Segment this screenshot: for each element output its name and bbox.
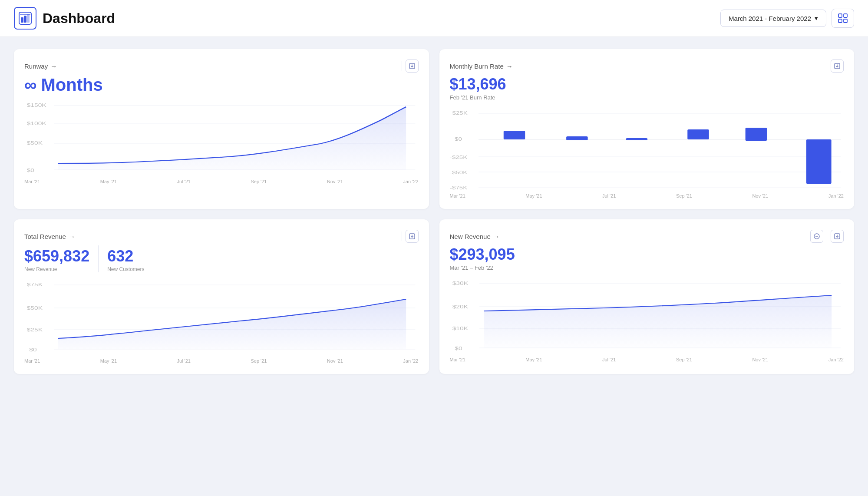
burn-rate-title-text: Monthly Burn Rate xyxy=(450,63,504,70)
svg-rect-35 xyxy=(745,128,767,141)
svg-text:$25K: $25K xyxy=(452,110,468,116)
svg-text:$0: $0 xyxy=(27,168,34,173)
grid-view-button[interactable] xyxy=(832,9,854,28)
total-revenue-download-button[interactable] xyxy=(406,230,419,243)
chevron-down-icon: ▾ xyxy=(815,14,818,22)
svg-rect-31 xyxy=(503,131,525,139)
total-revenue-metric-block: $659,832 New Revenue xyxy=(24,245,98,272)
new-revenue-card-header: New Revenue → xyxy=(450,230,844,243)
date-range-button[interactable]: March 2021 - February 2022 ▾ xyxy=(720,10,826,27)
burn-rate-chart-svg: $25K $0 -$25K -$50K -$75K xyxy=(450,107,844,192)
svg-rect-34 xyxy=(687,129,709,139)
new-revenue-title-text: New Revenue xyxy=(450,233,491,240)
svg-rect-1 xyxy=(21,17,23,23)
runway-card-title: Runway → xyxy=(24,63,57,70)
x-label: Jul '21 xyxy=(177,179,191,184)
svg-text:$20K: $20K xyxy=(452,304,468,309)
new-revenue-card: New Revenue → xyxy=(439,219,855,374)
new-revenue-x-labels: Mar '21 May '21 Jul '21 Sep '21 Nov '21 … xyxy=(450,355,844,362)
total-revenue-x-labels: Mar '21 May '21 Jul '21 Sep '21 Nov '21 … xyxy=(24,357,419,364)
svg-text:$50K: $50K xyxy=(27,305,43,311)
x-label: Mar '21 xyxy=(450,357,465,362)
total-revenue-card: Total Revenue → $659,832 New Revenue xyxy=(14,219,429,374)
total-revenue-arrow-icon: → xyxy=(69,233,75,240)
new-revenue-arrow-icon: → xyxy=(493,233,500,240)
x-label: Jan '22 xyxy=(403,358,418,364)
x-label: Jul '21 xyxy=(602,193,616,198)
header-right: March 2021 - February 2022 ▾ xyxy=(720,9,854,28)
new-revenue-card-title: New Revenue → xyxy=(450,233,500,240)
burn-rate-metric: $13,696 xyxy=(450,75,844,93)
x-label: Sep '21 xyxy=(676,193,692,198)
x-label: Sep '21 xyxy=(251,358,267,364)
new-revenue-circle-button[interactable] xyxy=(810,230,823,243)
svg-text:-$75K: -$75K xyxy=(450,185,468,190)
x-label: Mar '21 xyxy=(450,193,465,198)
svg-text:$100K: $100K xyxy=(27,121,46,126)
new-revenue-divider xyxy=(827,231,827,241)
svg-text:$30K: $30K xyxy=(452,281,468,286)
burn-rate-x-labels: Mar '21 May '21 Jul '21 Sep '21 Nov '21 … xyxy=(450,192,844,198)
svg-text:$0: $0 xyxy=(29,347,36,352)
x-label: Jan '22 xyxy=(828,357,844,362)
new-customers-metric: 632 xyxy=(107,247,144,265)
svg-text:-$25K: -$25K xyxy=(450,155,468,160)
svg-rect-33 xyxy=(626,138,647,140)
burn-rate-arrow-icon: → xyxy=(506,63,513,70)
svg-text:$0: $0 xyxy=(455,346,462,351)
total-revenue-metric: $659,832 xyxy=(24,247,89,265)
svg-text:$10K: $10K xyxy=(452,326,468,331)
circle-minus-icon xyxy=(814,233,820,239)
total-revenue-card-header: Total Revenue → xyxy=(24,230,419,243)
x-label: Sep '21 xyxy=(676,357,692,362)
grid-icon xyxy=(838,13,848,23)
svg-rect-36 xyxy=(806,139,831,184)
months-label: Months xyxy=(41,75,103,95)
x-label: May '21 xyxy=(100,358,117,364)
burn-rate-download-button[interactable] xyxy=(831,60,844,73)
dashboard-logo-svg xyxy=(18,11,32,25)
runway-card-header: Runway → xyxy=(24,60,419,73)
svg-text:$25K: $25K xyxy=(27,327,43,332)
download-icon xyxy=(834,63,840,69)
new-revenue-subtitle: Mar '21 – Feb '22 xyxy=(450,265,844,271)
x-label: May '21 xyxy=(525,357,542,362)
burn-rate-card: Monthly Burn Rate → $13,696 Feb '21 Burn… xyxy=(439,49,855,209)
svg-rect-3 xyxy=(27,14,30,23)
header: Dashboard March 2021 - February 2022 ▾ xyxy=(0,0,868,37)
x-label: May '21 xyxy=(100,179,117,184)
svg-rect-2 xyxy=(24,16,26,23)
burn-rate-card-title: Monthly Burn Rate → xyxy=(450,63,513,70)
new-revenue-chart-svg: $30K $20K $10K $0 xyxy=(450,277,844,355)
x-label: Jul '21 xyxy=(177,358,191,364)
download-icon xyxy=(409,63,415,69)
infinity-icon: ∞ xyxy=(24,75,37,95)
runway-metric: ∞ Months xyxy=(24,75,419,95)
x-label: Nov '21 xyxy=(327,179,343,184)
new-revenue-download-button[interactable] xyxy=(831,230,844,243)
x-label: Nov '21 xyxy=(752,193,768,198)
svg-rect-32 xyxy=(566,136,588,140)
new-revenue-card-actions xyxy=(810,230,844,243)
logo-icon xyxy=(14,7,36,30)
runway-chart-svg: $150K $100K $50K $0 xyxy=(24,99,419,177)
runway-title-text: Runway xyxy=(24,63,48,70)
total-revenue-card-title: Total Revenue → xyxy=(24,233,75,240)
header-left: Dashboard xyxy=(14,7,115,30)
svg-rect-5 xyxy=(838,14,842,17)
x-label: Jul '21 xyxy=(602,357,616,362)
x-label: Nov '21 xyxy=(327,358,343,364)
burn-rate-divider xyxy=(827,61,827,71)
runway-download-button[interactable] xyxy=(406,60,419,73)
runway-arrow-icon: → xyxy=(50,63,57,70)
x-label: Sep '21 xyxy=(251,179,267,184)
date-range-label: March 2021 - February 2022 xyxy=(729,15,811,22)
total-revenue-title-text: Total Revenue xyxy=(24,233,66,240)
burn-rate-card-actions xyxy=(827,60,844,73)
burn-rate-subtitle: Feb '21 Burn Rate xyxy=(450,94,844,101)
x-label: Nov '21 xyxy=(752,357,768,362)
burn-rate-card-header: Monthly Burn Rate → xyxy=(450,60,844,73)
runway-card-actions xyxy=(402,60,419,73)
svg-text:-$50K: -$50K xyxy=(450,170,468,175)
svg-text:$150K: $150K xyxy=(27,103,46,108)
